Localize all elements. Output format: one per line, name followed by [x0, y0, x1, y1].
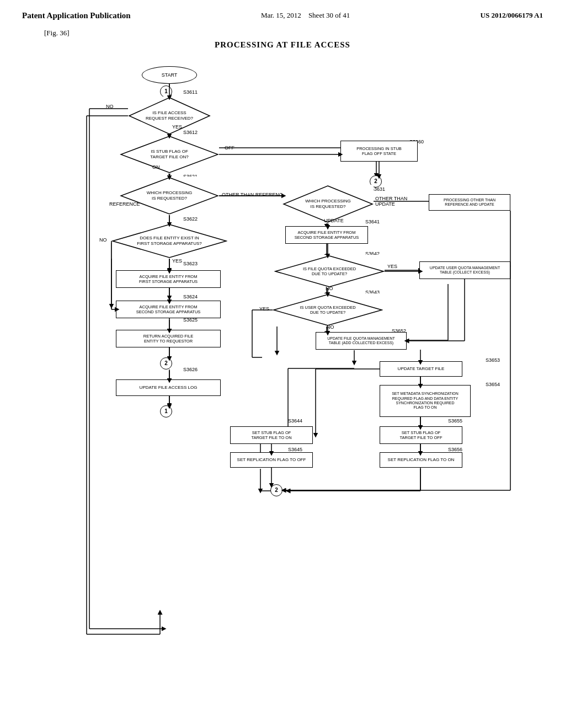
no6-label: NO — [326, 286, 333, 291]
set-stub-on-box: SET STUB FLAG OFTARGET FILE TO ON — [230, 426, 313, 444]
no5-label: NO — [99, 237, 107, 243]
set-rep-off-box: SET REPLICATION FLAG TO OFF — [230, 452, 313, 468]
s3622-label: S3622 — [183, 216, 198, 222]
s3654-label: S3654 — [486, 382, 500, 387]
acq-2nd-box: ACQUIRE FILE ENTITY FROMSECOND STORAGE A… — [285, 226, 368, 244]
q3-diamond: WHICH PROCESSINGIS REQUESTED? — [120, 176, 219, 215]
header: Patent Application Publication Mar. 15, … — [22, 11, 543, 23]
update-label: UPDATE — [324, 218, 344, 223]
s3623-label: S3623 — [183, 261, 198, 266]
upd-file-box: UPDATE FILE QUOTA MANAGEMENTTABLE (ADD C… — [316, 332, 407, 350]
upd-target-box: UPDATE TARGET FILE — [380, 361, 462, 377]
connector-2b: 2 — [160, 357, 172, 370]
patent-publication-label: Patent Application Publication — [22, 11, 131, 20]
diagram-container: START 1 S3611 IS FILE ACCESSREQUEST RECE… — [34, 55, 531, 662]
q1-diamond: IS FILE ACCESSREQUEST RECEIVED? — [128, 97, 211, 135]
s3655-label: S3655 — [448, 418, 462, 424]
fig-label: [Fig. 36] — [44, 29, 543, 38]
flowchart-arrows — [34, 55, 531, 662]
header-date: Mar. 15, 2012 — [261, 11, 301, 19]
yes7-label: YES — [259, 306, 269, 312]
header-sheet: Sheet 30 of 41 — [308, 11, 350, 19]
set-stub-off-box: SET STUB FLAG OFTARGET FILE TO OFF — [380, 426, 462, 444]
s3624-label: S3624 — [183, 294, 198, 299]
s3645-label: S3645 — [288, 447, 302, 452]
q6-diamond: IS FILE QUOTA EXCEEDEDDUE TO UPDATE? — [274, 255, 385, 288]
other-update-label: OTHER THANUPDATE — [375, 196, 407, 207]
connector-2c: 2 — [270, 484, 282, 496]
q5-diamond: DOES FILE ENTITY EXIST INFIRST STORAGE A… — [111, 223, 227, 259]
header-center: Mar. 15, 2012 Sheet 30 of 41 — [261, 11, 350, 20]
proc-stub-off-box: PROCESSING IN STUBFLAG OFF STATE — [340, 141, 418, 162]
off-label: OFF — [225, 145, 234, 151]
s3625-label: S3625 — [183, 317, 198, 323]
upd-user-box: UPDATE USER QUOTA MANAGEMENTTABLE (COLLE… — [419, 261, 510, 279]
start-node: START — [142, 66, 197, 84]
diagram-title: PROCESSING AT FILE ACCESS — [22, 40, 543, 50]
header-patent-num: US 2012/0066179 A1 — [481, 11, 543, 19]
flowchart-arrows-2 — [34, 55, 531, 662]
on-label: ON — [152, 164, 160, 170]
upd-log-box: UPDATE FILE ACCESS LOG — [116, 379, 221, 396]
reference-label: REFERENCE — [109, 201, 140, 207]
s3644-label: S3644 — [288, 418, 302, 424]
no1-label: NO — [106, 104, 114, 109]
s3656-label: S3656 — [448, 447, 462, 452]
s3626-label: S3626 — [183, 367, 198, 372]
no7-label: NO — [327, 324, 334, 330]
page: Patent Application Publication Mar. 15, … — [0, 0, 565, 728]
q2-diamond: IS STUB FLAG OFTARGET FILE ON? — [120, 135, 219, 174]
acq-1st-box: ACQUIRE FILE ENTITY FROMFIRST STORAGE AP… — [116, 270, 221, 288]
yes6-label: YES — [387, 264, 397, 269]
proc-other-box: PROCESSING OTHER THANREFERENCE AND UPDAT… — [429, 194, 510, 211]
yes5-label: YES — [172, 258, 182, 264]
connector-1-bottom: 1 — [160, 405, 172, 417]
header-right: US 2012/0066179 A1 — [481, 11, 543, 20]
other-ref-label: OTHER THAN REFERENCE — [222, 192, 286, 197]
s3611-label: S3611 — [183, 89, 198, 95]
acq-2nd-b-box: ACQUIRE FILE ENTITY FROMSECOND STORAGE A… — [116, 301, 221, 318]
header-left: Patent Application Publication — [22, 11, 131, 20]
s3641-label: S3641 — [365, 219, 380, 224]
set-rep-on-box: SET REPLICATION FLAG TO ON — [380, 452, 462, 468]
q7-diamond: IS USER QUOTA EXCEEDEDDUE TO UPDATE? — [273, 293, 383, 326]
s3612-label: S3612 — [183, 130, 198, 135]
yes1-label: YES — [172, 124, 182, 130]
s3653-label: S3653 — [486, 357, 500, 363]
set-meta-box: SET METADATA SYNCHRONIZATIONREQUIRED FLA… — [380, 385, 471, 417]
ret-box: RETURN ACQUIRED FILEENTITY TO REQUESTOR — [116, 330, 221, 347]
connector-1-top: 1 — [160, 85, 172, 98]
